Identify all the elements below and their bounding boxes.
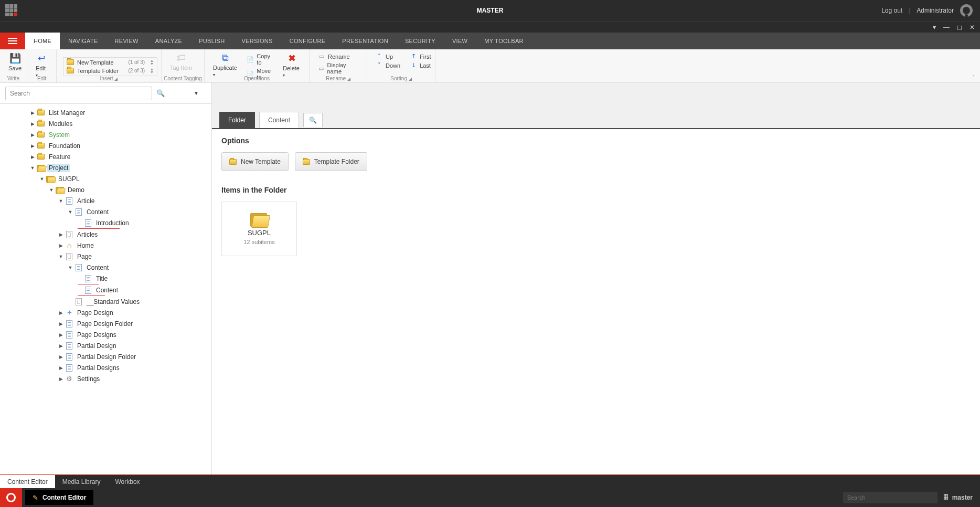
copy-to-button[interactable]: 📄Copy to	[244, 52, 275, 66]
tree-node-partial-design-folder[interactable]: ▶Partial Design Folder	[0, 351, 211, 362]
content-tabs: Folder Content 🔍	[212, 104, 980, 129]
group-label-operations: Operations	[205, 76, 309, 81]
search-row: 🔍 ▼	[0, 83, 212, 104]
content-tab-content[interactable]: Content	[259, 112, 299, 128]
ribbon-expand-icon[interactable]: ˄	[972, 75, 975, 80]
tree-node-content-field[interactable]: ▶Content	[0, 284, 211, 295]
last-icon: ⤓	[410, 62, 417, 69]
content-tab-search[interactable]: 🔍	[303, 113, 323, 127]
delete-label: Delete	[283, 65, 300, 71]
folder-open-icon	[250, 213, 268, 227]
tree-node-partial-designs[interactable]: ▶Partial Designs	[0, 362, 211, 373]
tree-node-system[interactable]: ▶System	[0, 129, 211, 140]
bottom-tab-workbox[interactable]: Workbox	[108, 475, 147, 488]
display-name-button[interactable]: ▭Display name	[316, 61, 360, 75]
tag-item-label: Tag Item	[170, 65, 192, 71]
save-button[interactable]: 💾 Save	[6, 51, 24, 72]
apps-launcher-icon[interactable]	[5, 4, 18, 17]
ribbon-tab-versions[interactable]: VERSIONS	[233, 33, 281, 49]
sort-last-button[interactable]: ⤓Last	[408, 61, 433, 69]
folder-icon	[303, 159, 310, 165]
ribbon-tab-view[interactable]: VIEW	[444, 33, 476, 49]
tree-node-home[interactable]: ▶Home	[0, 240, 211, 251]
tree-node-page-designs[interactable]: ▶Page Designs	[0, 329, 211, 340]
tree-node-article[interactable]: ▼Article	[0, 195, 211, 206]
folder-card-subitems: 12 subitems	[243, 239, 274, 245]
database-label: master	[952, 494, 973, 501]
insert-list[interactable]: New Template (1 of 3) ▲▼ Template Folder…	[63, 57, 157, 76]
search-icon[interactable]: 🔍	[156, 89, 165, 97]
tree-node-list-manager[interactable]: ▶List Manager	[0, 107, 211, 118]
tree-node-articles[interactable]: ▶Articles	[0, 229, 211, 240]
tree-node-project[interactable]: ▼Project	[0, 162, 211, 173]
tree-node-page-content[interactable]: ▼Content	[0, 262, 211, 273]
database-indicator[interactable]: 🗄 master	[943, 494, 980, 501]
duplicate-button[interactable]: ⧉ Duplicate ▾	[211, 51, 239, 78]
logout-link[interactable]: Log out	[881, 7, 902, 14]
tree-node-foundation[interactable]: ▶Foundation	[0, 140, 211, 151]
tree-node-partial-design[interactable]: ▶Partial Design	[0, 340, 211, 351]
tree-node-page[interactable]: ▼Page	[0, 251, 211, 262]
tree-node-feature[interactable]: ▶Feature	[0, 151, 211, 162]
bottom-tab-media-library[interactable]: Media Library	[55, 475, 108, 488]
bottom-tab-content-editor[interactable]: Content Editor	[0, 475, 55, 488]
dropdown-icon[interactable]: ▾	[933, 24, 936, 31]
sort-up-button[interactable]: ˄Up	[374, 52, 402, 60]
display-name-icon: ▭	[318, 65, 325, 72]
tree-node-article-content[interactable]: ▼Content	[0, 206, 211, 217]
template-icon	[67, 59, 74, 65]
rename-button[interactable]: ▭Rename	[316, 52, 360, 60]
up-icon: ˄	[376, 53, 383, 60]
tree-node-standard-values[interactable]: ▶__Standard Values	[0, 296, 211, 307]
tree-node-settings[interactable]: ▶Settings	[0, 373, 211, 384]
folder-icon	[67, 68, 74, 73]
ribbon-tab-navigate[interactable]: NAVIGATE	[60, 33, 106, 49]
top-bar: MASTER Log out | Administrator	[0, 0, 980, 21]
ribbon-tab-configure[interactable]: CONFIGURE	[281, 33, 334, 49]
tree-node-page-design[interactable]: ▶Page Design	[0, 307, 211, 318]
tree-node-introduction[interactable]: ▶Introduction	[0, 217, 211, 228]
user-avatar-icon[interactable]	[960, 4, 973, 17]
ribbon-tab-analyze[interactable]: ANALYZE	[147, 33, 190, 49]
ribbon-tab-mytoolbar[interactable]: MY TOOLBAR	[476, 33, 532, 49]
ribbon-tab-home[interactable]: HOME	[25, 33, 60, 49]
search-dropdown-icon[interactable]: ▼	[194, 90, 199, 96]
minimize-icon[interactable]: —	[943, 24, 950, 31]
content-editor-label: Content Editor	[42, 494, 86, 501]
save-label: Save	[8, 65, 22, 71]
sort-first-button[interactable]: ⤒First	[408, 52, 433, 60]
database-icon: 🗄	[943, 494, 949, 501]
tree-node-modules[interactable]: ▶Modules	[0, 118, 211, 129]
insert-count-2: (2 of 3)	[128, 68, 145, 73]
ribbon-tab-presentation[interactable]: PRESENTATION	[334, 33, 397, 49]
delete-icon: ✖	[288, 52, 296, 64]
insert-count-1: (1 of 3)	[128, 59, 145, 65]
down-icon: ˅	[376, 62, 383, 69]
edit-button[interactable]: ↩ Edit ▾	[34, 51, 50, 79]
sort-down-button[interactable]: ˅Down	[374, 61, 402, 69]
tree-search-input[interactable]	[5, 87, 152, 100]
insert-item-1: New Template	[77, 59, 114, 66]
footer-search-input[interactable]	[843, 492, 938, 503]
tree-node-title[interactable]: ▶Title	[0, 273, 211, 284]
ribbon-tab-review[interactable]: REVIEW	[106, 33, 147, 49]
content-tree: ▶List Manager ▶Modules ▶System ▶Foundati…	[0, 104, 212, 474]
ribbon-tab-publish[interactable]: PUBLISH	[190, 33, 233, 49]
close-icon[interactable]: ✕	[970, 24, 975, 31]
copy-to-icon: 📄	[247, 56, 254, 63]
tree-node-demo[interactable]: ▼Demo	[0, 184, 211, 195]
search-icon: 🔍	[309, 117, 317, 124]
hamburger-menu-icon[interactable]	[0, 33, 25, 49]
new-template-button[interactable]: New Template	[221, 152, 289, 171]
sitecore-logo-icon[interactable]	[0, 488, 22, 507]
tree-node-sugpl[interactable]: ▼SUGPL	[0, 173, 211, 184]
maximize-icon[interactable]: ◻	[957, 24, 962, 31]
ribbon-tab-security[interactable]: SECURITY	[397, 33, 444, 49]
template-folder-button[interactable]: Template Folder	[295, 152, 367, 171]
group-label-insert: Insert ◢	[57, 76, 161, 81]
folder-card-sugpl[interactable]: SUGPL 12 subitems	[221, 202, 297, 256]
content-tab-folder[interactable]: Folder	[219, 112, 255, 128]
tree-node-page-design-folder[interactable]: ▶Page Design Folder	[0, 318, 211, 329]
content-editor-badge[interactable]: ✎ Content Editor	[25, 490, 93, 505]
delete-button[interactable]: ✖ Delete ▾	[281, 51, 303, 79]
